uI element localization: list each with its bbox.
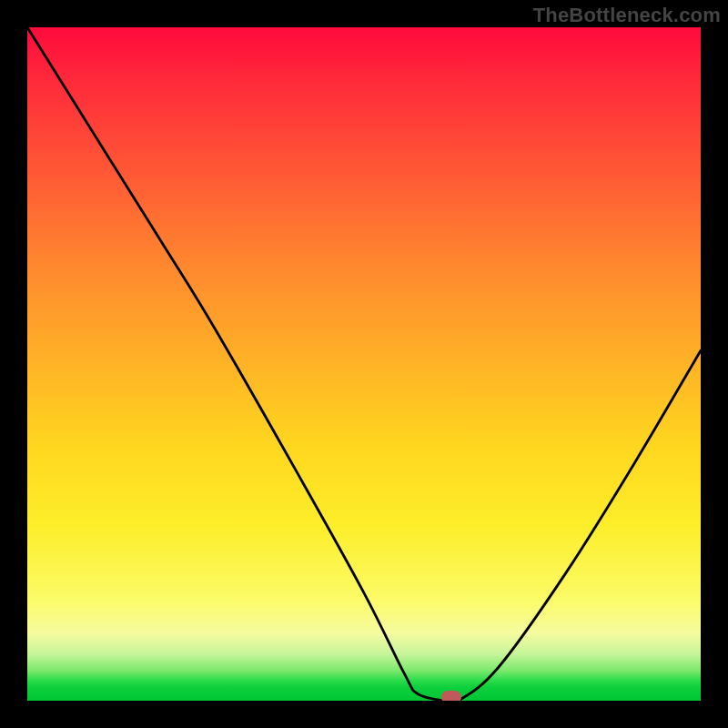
plot-area — [27, 27, 701, 701]
chart-svg — [27, 27, 701, 701]
bottleneck-curve — [27, 27, 701, 701]
optimum-marker — [441, 691, 461, 701]
chart-frame: TheBottleneck.com — [0, 0, 728, 728]
watermark-text: TheBottleneck.com — [533, 4, 721, 27]
